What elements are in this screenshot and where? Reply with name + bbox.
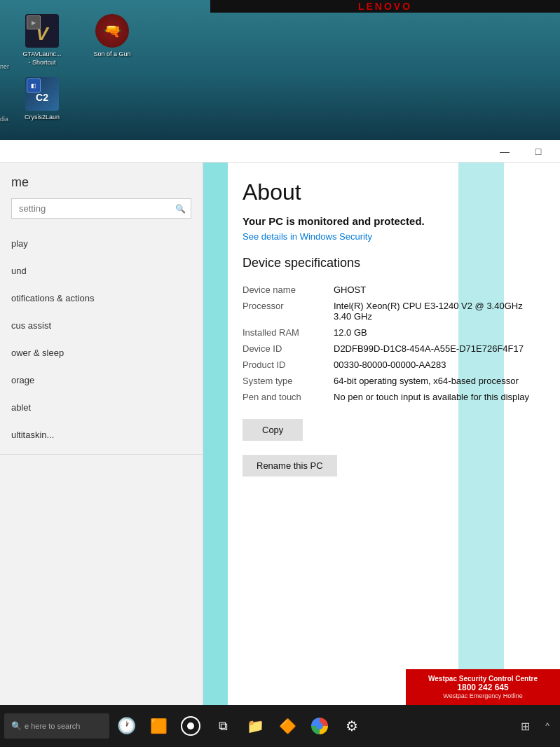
spec-row-processor: Processor Intel(R) Xeon(R) CPU E3-1240 V… [243, 298, 539, 324]
taskbar: 🔍 e here to search 🕐 🟧 ⧉ 📁 🔶 ⚙ ⊞ ^ [0, 705, 560, 747]
search-icon: 🔍 [11, 721, 22, 731]
content-inner: About Your PC is monitored and protected… [203, 163, 560, 493]
desktop: lenovo ▶ V GTAVLaunc... - Shortcut 🔫 Son… [0, 0, 560, 147]
spec-row-pen-touch: Pen and touch No pen or touch input is a… [243, 389, 539, 405]
sidebar-item-display[interactable]: play [0, 230, 203, 257]
copy-button[interactable]: Copy [243, 419, 303, 441]
specs-table: Device name GHOST Processor Intel(R) Xeo… [243, 282, 539, 405]
spec-row-system-type: System type 64-bit operating system, x64… [243, 373, 539, 389]
taskbar-search-text: e here to search [25, 722, 81, 730]
sidebar-item-power-sleep[interactable]: ower & sleep [0, 339, 203, 366]
taskbar-task-view[interactable]: ⧉ [207, 711, 238, 741]
spec-label: Device name [243, 282, 334, 298]
taskbar-chrome[interactable] [304, 711, 335, 741]
taskbar-explorer[interactable]: 📁 [240, 711, 271, 741]
settings-sidebar: me 🔍 play und otifications & actions cus… [0, 163, 203, 705]
search-icon: 🔍 [175, 204, 186, 214]
minimize-button[interactable]: — [489, 140, 521, 163]
sidebar-item-sound[interactable]: und [0, 257, 203, 285]
see-details-link[interactable]: See details in Windows Security [243, 231, 539, 242]
desktop-icon-gtav[interactable]: ▶ V GTAVLaunc... - Shortcut [14, 14, 70, 67]
spec-label: Processor [243, 298, 334, 324]
rename-button[interactable]: Rename this PC [243, 455, 337, 477]
spec-label: Device ID [243, 341, 334, 357]
device-specs-title: Device specifications [243, 256, 539, 270]
taskbar-clock-widget[interactable]: 🕐 [111, 711, 142, 741]
gtav-label-line1: GTAVLaunc... [22, 50, 61, 59]
spec-value: D2DFB99D-D1C8-454A-A55E-D71E726F4F17 [334, 341, 539, 357]
spec-label: Pen and touch [243, 389, 334, 405]
taskbar-start-button[interactable] [175, 711, 206, 741]
spec-value: 12.0 GB [334, 324, 539, 341]
sidebar-item-storage[interactable]: orage [0, 366, 203, 394]
taskbar-settings[interactable]: ⚙ [336, 711, 367, 741]
spec-row-device-id: Device ID D2DFB99D-D1C8-454A-A55E-D71E72… [243, 341, 539, 357]
window-controls: — □ [489, 140, 554, 163]
protection-status: Your PC is monitored and protected. [243, 215, 539, 227]
sidebar-item-focus-assist[interactable]: cus assist [0, 312, 203, 339]
desktop-icon-sonofagun[interactable]: 🔫 Son of a Gun [84, 14, 140, 57]
taskbar-search-area[interactable]: 🔍 e here to search [4, 713, 109, 739]
spec-row-device-name: Device name GHOST [243, 282, 539, 298]
main-content: About Your PC is monitored and protected… [203, 163, 560, 705]
window-titlebar: — □ [0, 140, 560, 163]
sidebar-header: me [0, 170, 203, 198]
taskbar-icon-orange[interactable]: 🟧 [143, 711, 174, 741]
sonofagun-label: Son of a Gun [93, 50, 130, 57]
spec-value: No pen or touch input is available for t… [334, 389, 539, 405]
spec-value: 64-bit operating system, x64-based proce… [334, 373, 539, 389]
westpac-line1: Westpac Security Control Centre [414, 675, 552, 683]
search-input[interactable] [11, 198, 191, 219]
westpac-line2: 1800 242 645 [414, 683, 552, 692]
sidebar-divider [0, 454, 203, 455]
window-body: me 🔍 play und otifications & actions cus… [0, 163, 560, 705]
about-title: About [243, 179, 539, 205]
maximize-button[interactable]: □ [522, 140, 554, 163]
spec-label: Installed RAM [243, 324, 334, 341]
sidebar-item-multitasking[interactable]: ultitaskin... [0, 421, 203, 448]
lenovo-bar: lenovo [210, 0, 560, 13]
spec-label: Product ID [243, 357, 334, 373]
crysis-label-line1: Crysis2Laun [25, 114, 60, 121]
spec-value: Intel(R) Xeon(R) CPU E3-1240 V2 @ 3.40GH… [334, 298, 539, 324]
lenovo-logo: lenovo [358, 1, 412, 12]
spec-label: System type [243, 373, 334, 389]
spec-value: 00330-80000-00000-AA283 [334, 357, 539, 373]
sidebar-item-notifications[interactable]: otifications & actions [0, 285, 203, 312]
gtav-label-line2: - Shortcut [28, 59, 55, 67]
settings-window: — □ me 🔍 play und otifications & actions… [0, 140, 560, 705]
systray-chevron[interactable]: ^ [539, 715, 556, 737]
systray-grid[interactable]: ⊞ [514, 715, 536, 737]
sidebar-item-tablet[interactable]: ablet [0, 394, 203, 421]
search-box: 🔍 [11, 198, 191, 219]
westpac-line3: Westpac Emergency Hotline [414, 692, 552, 699]
spec-value: GHOST [334, 282, 539, 298]
taskbar-systray: ⊞ ^ [514, 715, 556, 737]
desktop-icon-crysis[interactable]: ◧ C2 Crysis2Laun [14, 77, 70, 121]
spec-row-product-id: Product ID 00330-80000-00000-AA283 [243, 357, 539, 373]
taskbar-vlc[interactable]: 🔶 [272, 711, 303, 741]
spec-row-ram: Installed RAM 12.0 GB [243, 324, 539, 341]
westpac-notification: Westpac Security Control Centre 1800 242… [406, 669, 560, 705]
